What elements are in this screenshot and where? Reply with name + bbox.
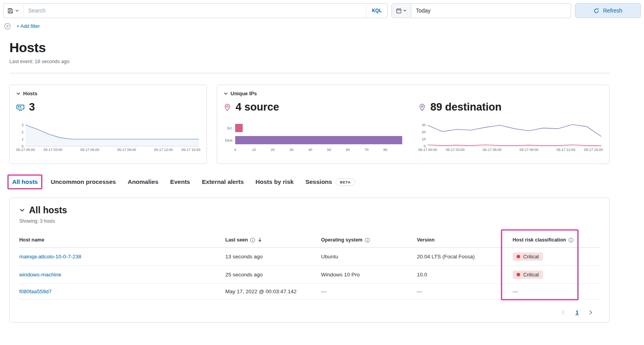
add-filter-link[interactable]: + Add filter [16,24,40,29]
annotation-all-hosts-tab: All hosts [7,174,42,189]
version-cell: 10.0 [417,266,512,284]
chevron-down-icon [19,207,25,213]
host-name-link[interactable]: f080faa559d7 [19,289,52,294]
source-ips-column: 4 source 01020304050607080Src.Dest. [223,96,408,152]
page-title: Hosts [9,40,610,55]
svg-text:10: 10 [252,148,256,152]
hosts-panel-toggle[interactable]: Hosts [16,91,37,96]
svg-text:30: 30 [422,123,426,127]
tab-uncommon-processes[interactable]: Uncommon processes [51,178,116,185]
filter-options-icon[interactable] [4,23,11,30]
map-pin-icon [223,104,231,111]
hosts-icon [16,103,25,112]
kql-button[interactable]: KQL [366,4,387,18]
tab-all-hosts[interactable]: All hosts [12,178,38,185]
all-hosts-toggle[interactable]: All hosts [19,205,67,216]
tab-sessions-group: Sessions BETA [305,178,355,186]
table-header-row: Host name Last seen [19,233,600,248]
destination-ips-column: 89 destination 010203005-17 00:0005-17 0… [418,96,603,152]
info-icon[interactable] [250,238,255,243]
pagination: 1 [19,309,600,316]
all-hosts-table-wrap: Host name Last seen [19,233,600,300]
main-content: Hosts Last event: 18 seconds ago Hosts 3 [0,34,644,323]
destination-ips-stat: 89 destination [418,101,603,113]
svg-text:05-17 09:00: 05-17 09:00 [117,148,136,152]
sort-descending-icon [258,238,262,242]
svg-text:Dest.: Dest. [225,138,233,142]
hosts-kpi-panel: Hosts 3 012305-17 00:0005-17 03:0005-17 … [9,85,207,164]
last-seen-cell: May 17, 2022 @ 00:03:47.142 [225,284,321,300]
risk-cell: — [513,284,600,300]
hosts-count-value: 3 [29,101,35,113]
svg-text:05-17 09:00: 05-17 09:00 [520,148,539,152]
info-icon[interactable] [568,238,573,243]
risk-label: Critical [523,254,539,260]
chevron-left-icon [561,310,566,315]
column-last-seen-label: Last seen [225,237,248,243]
beta-badge: BETA [336,178,355,186]
tab-sessions[interactable]: Sessions [305,178,332,185]
svg-text:60: 60 [346,148,350,152]
svg-text:05-17 15:00: 05-17 15:00 [181,148,200,152]
svg-text:40: 40 [308,148,312,152]
os-cell: Windows 10 Pro [321,266,417,284]
svg-text:05-17 06:00: 05-17 06:00 [80,148,99,152]
unique-ips-title: Unique IPs [230,91,257,96]
page-number-1[interactable]: 1 [575,309,579,316]
svg-text:3: 3 [22,123,24,127]
all-hosts-title: All hosts [29,205,67,216]
column-last-seen[interactable]: Last seen [225,233,321,248]
date-quick-select-button[interactable] [392,3,411,18]
risk-dot-icon [517,255,520,258]
all-hosts-table: Host name Last seen [19,233,600,300]
hosts-panel-title: Hosts [23,91,37,96]
tab-anomalies[interactable]: Anomalies [128,178,158,185]
date-range-field[interactable]: Today [411,3,571,18]
svg-text:05-17 00:00: 05-17 00:00 [16,148,35,152]
filter-bar: + Add filter [0,20,644,34]
calendar-icon [396,8,402,14]
column-host-risk[interactable]: Host risk classification [513,233,600,248]
host-name-link[interactable]: windows-machine [19,272,61,278]
risk-badge-critical: Critical [513,252,543,261]
os-cell: Ubuntu [321,248,417,266]
svg-text:0: 0 [234,148,236,152]
chevron-right-icon [588,310,593,315]
hosts-count-stat: 3 [16,101,200,113]
risk-dot-icon [517,273,520,276]
info-icon[interactable] [365,238,370,243]
destination-ips-value: 89 destination [430,101,502,113]
refresh-button[interactable]: Refresh [575,3,641,18]
column-operating-system[interactable]: Operating system [321,233,417,248]
chevron-down-icon [403,9,407,13]
svg-text:50: 50 [327,148,331,152]
tab-events[interactable]: Events [170,178,190,185]
risk-badge-critical: Critical [513,271,543,279]
tab-external-alerts[interactable]: External alerts [202,178,244,185]
svg-text:05-17 00:00: 05-17 00:00 [418,148,437,152]
table-row: windows-machine 25 seconds ago Windows 1… [19,266,600,284]
svg-text:70: 70 [365,148,368,152]
svg-text:2: 2 [22,130,24,134]
os-cell: — [321,284,417,300]
column-host-name[interactable]: Host name [19,233,225,248]
unique-ips-toggle[interactable]: Unique IPs [223,91,257,96]
svg-text:05-17 12:00: 05-17 12:00 [557,148,575,152]
hosts-page: KQL Today Refresh [0,0,644,323]
search-input[interactable] [24,4,366,18]
tab-hosts-by-risk[interactable]: Hosts by risk [256,178,294,185]
all-hosts-panel: All hosts Showing: 3 hosts Host name Las… [9,198,610,323]
query-bar: KQL Today Refresh [0,0,644,20]
column-version[interactable]: Version [417,233,512,248]
saved-query-menu-button[interactable] [3,3,24,18]
previous-page-button[interactable] [560,309,567,316]
next-page-button[interactable] [587,309,594,316]
refresh-label: Refresh [603,7,622,14]
host-name-link[interactable]: mainqa-atlcolo-10-0-7-238 [19,254,81,260]
chevron-down-icon [15,9,19,13]
svg-text:1: 1 [22,137,24,141]
svg-text:05-17 12:00: 05-17 12:00 [154,148,173,152]
hosts-tabs: All hosts Uncommon processes Anomalies E… [9,177,610,187]
svg-text:30: 30 [290,148,294,152]
source-ips-value: 4 source [236,101,279,113]
